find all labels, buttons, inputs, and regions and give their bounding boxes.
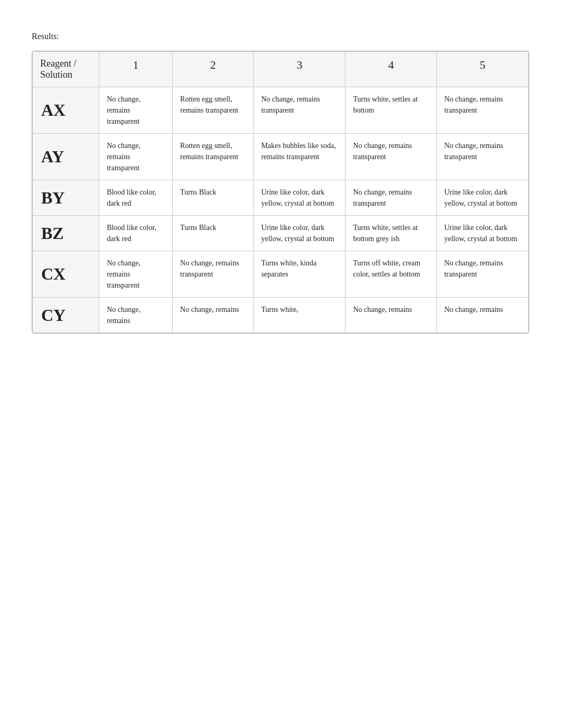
- cell-ax-1: No change, remains transparent: [99, 87, 173, 134]
- table-row: CXNo change, remains transparentNo chang…: [33, 251, 529, 298]
- cell-bz-1: Blood like color, dark red: [99, 216, 173, 251]
- cell-cy-3: Turns white,: [254, 298, 345, 333]
- col-header-2: 2: [173, 52, 254, 87]
- cell-bz-4: Turns white, settles at bottom grey ish: [345, 216, 436, 251]
- cell-cx-1: No change, remains transparent: [99, 251, 173, 298]
- cell-cx-5: No change, remains transparent: [436, 251, 528, 298]
- cell-cy-5: No change, remains: [436, 298, 528, 333]
- cell-ay-1: No change, remains transparent: [99, 134, 173, 180]
- table-row: BZBlood like color, dark redTurns BlackU…: [33, 216, 529, 251]
- cell-ax-4: Turns white, settles at bottom: [345, 87, 436, 134]
- cell-cx-3: Turns white, kinda separates: [254, 251, 345, 298]
- cell-by-4: No change, remains transparent: [345, 180, 436, 216]
- cell-bz-2: Turns Black: [173, 216, 254, 251]
- cell-cy-1: No change, remains: [99, 298, 173, 333]
- row-label-by: BY: [33, 180, 99, 216]
- cell-bz-3: Urine like color, dark yellow, crystal a…: [254, 216, 345, 251]
- table-row: BYBlood like color, dark redTurns BlackU…: [33, 180, 529, 216]
- cell-ay-3: Makes bubbles like soda, remains transpa…: [254, 134, 345, 180]
- cell-cy-4: No change, remains: [345, 298, 436, 333]
- col-header-4: 4: [345, 52, 436, 87]
- row-label-cy: CY: [33, 298, 99, 333]
- cell-ax-3: No change, remains transparent: [254, 87, 345, 134]
- cell-by-5: Urine like color, dark yellow, crystal a…: [436, 180, 528, 216]
- cell-ay-2: Rotten egg smell, remains transparent: [173, 134, 254, 180]
- col-header-0: Reagent / Solution: [33, 52, 99, 87]
- cell-ax-2: Rotten egg smell, remains transparent: [173, 87, 254, 134]
- col-header-3: 3: [254, 52, 345, 87]
- row-label-bz: BZ: [33, 216, 99, 251]
- cell-ay-5: No change, remains transparent: [436, 134, 528, 180]
- cell-cx-2: No change, remains transparent: [173, 251, 254, 298]
- results-table-wrapper: Reagent / Solution 1 2 3 4 5 AXNo change…: [32, 51, 529, 334]
- cell-by-3: Urine like color, dark yellow, crystal a…: [254, 180, 345, 216]
- col-header-1: 1: [99, 52, 173, 87]
- table-row: AXNo change, remains transparentRotten e…: [33, 87, 529, 134]
- table-row: AYNo change, remains transparentRotten e…: [33, 134, 529, 180]
- row-label-ay: AY: [33, 134, 99, 180]
- cell-by-2: Turns Black: [173, 180, 254, 216]
- cell-ay-4: No change, remains transparent: [345, 134, 436, 180]
- row-label-cx: CX: [33, 251, 99, 298]
- results-table: Reagent / Solution 1 2 3 4 5 AXNo change…: [32, 51, 529, 333]
- table-row: CYNo change, remainsNo change, remainsTu…: [33, 298, 529, 333]
- cell-cy-2: No change, remains: [173, 298, 254, 333]
- cell-by-1: Blood like color, dark red: [99, 180, 173, 216]
- cell-bz-5: Urine like color, dark yellow, crystal a…: [436, 216, 528, 251]
- row-label-ax: AX: [33, 87, 99, 134]
- cell-cx-4: Turns off white, cream color, settles at…: [345, 251, 436, 298]
- col-header-5: 5: [436, 52, 528, 87]
- results-label: Results:: [32, 32, 529, 41]
- cell-ax-5: No change, remains transparent: [436, 87, 528, 134]
